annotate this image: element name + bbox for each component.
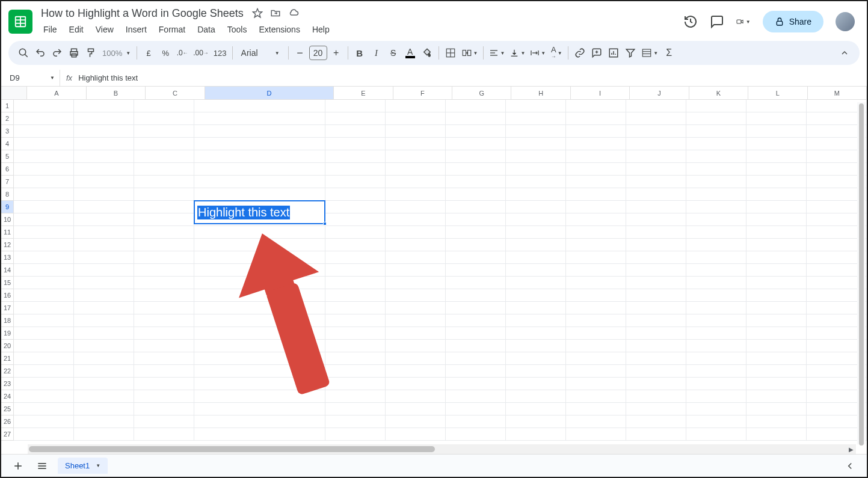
- cell[interactable]: [386, 150, 446, 163]
- row-header[interactable]: 5: [1, 150, 14, 163]
- cell[interactable]: [325, 138, 386, 150]
- cell[interactable]: [134, 415, 194, 428]
- cell[interactable]: [74, 390, 134, 403]
- cell[interactable]: [566, 239, 626, 251]
- cell[interactable]: [746, 125, 807, 138]
- cell[interactable]: [14, 340, 74, 352]
- formula-input[interactable]: Highlight this text: [78, 73, 138, 82]
- cell[interactable]: [134, 378, 194, 390]
- cell[interactable]: [566, 314, 626, 327]
- cell[interactable]: [746, 264, 807, 277]
- cell[interactable]: [74, 327, 134, 340]
- cell[interactable]: [74, 163, 134, 176]
- cell[interactable]: [626, 251, 686, 264]
- cell[interactable]: [134, 176, 194, 188]
- cell[interactable]: [686, 415, 746, 428]
- select-all-corner[interactable]: [1, 87, 27, 99]
- cell[interactable]: [746, 277, 807, 289]
- cell[interactable]: [626, 264, 686, 277]
- cell[interactable]: [686, 163, 746, 176]
- cell[interactable]: [746, 365, 807, 378]
- cell[interactable]: [325, 251, 386, 264]
- cell[interactable]: [506, 289, 566, 302]
- cell[interactable]: [626, 176, 686, 188]
- cell[interactable]: [746, 239, 807, 251]
- cell[interactable]: [446, 289, 506, 302]
- cell[interactable]: [506, 365, 566, 378]
- cell[interactable]: [626, 352, 686, 365]
- cell[interactable]: [446, 264, 506, 277]
- cell[interactable]: [566, 150, 626, 163]
- cell[interactable]: [686, 289, 746, 302]
- cell[interactable]: [74, 340, 134, 352]
- cell[interactable]: [446, 428, 506, 441]
- cell[interactable]: [325, 112, 386, 125]
- zoom-select[interactable]: 100%▼: [100, 49, 133, 58]
- cell[interactable]: [626, 403, 686, 415]
- cell[interactable]: [386, 188, 446, 201]
- cell[interactable]: [446, 415, 506, 428]
- font-select[interactable]: Arial▼: [236, 48, 285, 58]
- cell[interactable]: [194, 277, 325, 289]
- cell[interactable]: [134, 251, 194, 264]
- document-title[interactable]: How to Highlight a Word in Google Sheets: [38, 6, 246, 21]
- cell[interactable]: [134, 365, 194, 378]
- column-header[interactable]: H: [511, 87, 570, 99]
- row-header[interactable]: 8: [1, 188, 14, 201]
- cell[interactable]: [686, 150, 746, 163]
- cell[interactable]: [194, 403, 325, 415]
- cell[interactable]: [566, 403, 626, 415]
- borders-button[interactable]: [443, 44, 458, 61]
- cell[interactable]: [506, 378, 566, 390]
- cell[interactable]: [566, 352, 626, 365]
- cell[interactable]: [134, 390, 194, 403]
- cell[interactable]: [14, 314, 74, 327]
- cell[interactable]: [194, 378, 325, 390]
- collapse-toolbar-button[interactable]: [837, 44, 852, 61]
- row-header[interactable]: 19: [1, 327, 14, 340]
- cell[interactable]: [686, 277, 746, 289]
- strikethrough-button[interactable]: S: [386, 44, 401, 61]
- cell[interactable]: [386, 277, 446, 289]
- cell[interactable]: [386, 264, 446, 277]
- cell[interactable]: [74, 428, 134, 441]
- cell[interactable]: [446, 365, 506, 378]
- menu-data[interactable]: Data: [192, 22, 220, 37]
- vertical-scrollbar[interactable]: [857, 102, 866, 444]
- bold-button[interactable]: B: [352, 44, 368, 61]
- cell[interactable]: [626, 188, 686, 201]
- menu-extensions[interactable]: Extensions: [254, 22, 304, 37]
- cell[interactable]: [506, 327, 566, 340]
- cell[interactable]: [746, 327, 807, 340]
- cell[interactable]: [506, 352, 566, 365]
- cell[interactable]: [506, 251, 566, 264]
- row-header[interactable]: 10: [1, 213, 14, 226]
- cell[interactable]: [74, 176, 134, 188]
- insert-chart-button[interactable]: [606, 44, 621, 61]
- cell[interactable]: [446, 100, 506, 112]
- cell[interactable]: [566, 138, 626, 150]
- cell[interactable]: [446, 302, 506, 314]
- column-header[interactable]: F: [393, 87, 452, 99]
- menu-edit[interactable]: Edit: [64, 22, 88, 37]
- row-header[interactable]: 23: [1, 378, 14, 390]
- cell[interactable]: [566, 277, 626, 289]
- cell[interactable]: [626, 239, 686, 251]
- row-header[interactable]: 20: [1, 340, 14, 352]
- cell[interactable]: [14, 251, 74, 264]
- cell[interactable]: [506, 415, 566, 428]
- cell[interactable]: [14, 201, 74, 213]
- cell[interactable]: [74, 201, 134, 213]
- cell[interactable]: [325, 277, 386, 289]
- row-header[interactable]: 3: [1, 125, 14, 138]
- cell[interactable]: [14, 163, 74, 176]
- row-header[interactable]: 11: [1, 226, 14, 239]
- cell[interactable]: [74, 100, 134, 112]
- scroll-right-arrow[interactable]: ▶: [846, 444, 856, 454]
- font-size-increase[interactable]: +: [328, 44, 344, 61]
- cell[interactable]: [134, 314, 194, 327]
- cell[interactable]: [686, 188, 746, 201]
- cell[interactable]: [566, 378, 626, 390]
- cell[interactable]: [14, 100, 74, 112]
- add-sheet-button[interactable]: [10, 458, 26, 474]
